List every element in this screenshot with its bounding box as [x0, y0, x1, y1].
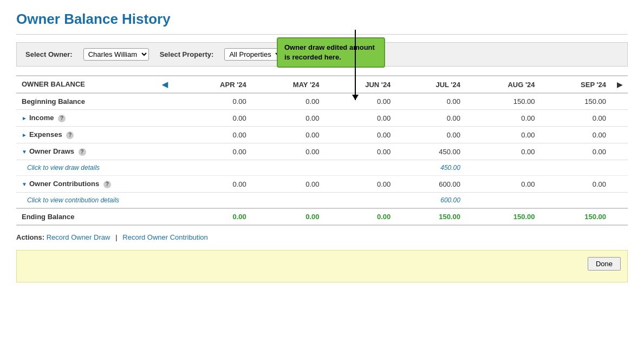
title-divider — [16, 34, 628, 35]
row-label-text: Income — [29, 114, 54, 122]
property-select[interactable]: All Properties — [224, 48, 283, 61]
sub-cell-4-4 — [466, 193, 541, 209]
tooltip-arrow — [355, 30, 356, 100]
owner-select[interactable]: Charles William — [83, 48, 149, 61]
col-aug: Aug '24 — [466, 76, 541, 93]
question-icon[interactable]: ? — [103, 181, 111, 188]
cell-1-3: 0.00 — [396, 110, 466, 127]
cell-5-3: 150.00 — [396, 208, 466, 225]
done-button[interactable]: Done — [588, 257, 621, 271]
collapse-icon[interactable]: ▼ — [22, 181, 27, 187]
col-jul: Jul '24 — [396, 76, 466, 93]
row-label-1: ►Income ? — [16, 110, 179, 127]
sub-cell-3-4 — [466, 160, 541, 176]
cell-4-2: 0.00 — [324, 176, 396, 193]
question-icon[interactable]: ? — [58, 115, 66, 122]
row-label-4: ▼Owner Contributions ? — [16, 176, 179, 193]
owner-label: Select Owner: — [25, 50, 73, 58]
cell-3-4: 0.00 — [466, 143, 541, 160]
cell-4-0: 0.00 — [179, 176, 252, 193]
cell-2-2: 0.00 — [324, 127, 396, 143]
table-row: ►Expenses ?0.000.000.000.000.000.00 — [16, 127, 628, 143]
col-may: May '24 — [252, 76, 325, 93]
cell-1-5: 0.00 — [541, 110, 612, 127]
actions-bar: Actions: Record Owner Draw | Record Owne… — [16, 233, 628, 241]
cell-0-0: 0.00 — [179, 93, 252, 110]
col-sep: Sep '24 — [541, 76, 612, 93]
sub-cell-3-3: 450.00 — [396, 160, 466, 176]
cell-0-4: 150.00 — [466, 93, 541, 110]
question-icon[interactable]: ? — [79, 148, 86, 156]
expand-icon[interactable]: ► — [22, 132, 27, 138]
cell-3-5: 0.00 — [541, 143, 612, 160]
nav-next-arrow[interactable]: ▶ — [612, 76, 628, 93]
sub-cell-3-0 — [179, 160, 252, 176]
cell-1-2: 0.00 — [324, 110, 396, 127]
cell-5-1: 0.00 — [252, 208, 325, 225]
cell-4-3: 600.00 — [396, 176, 466, 193]
expand-icon[interactable]: ► — [22, 115, 27, 121]
sub-cell-4-3: 600.00 — [396, 193, 466, 209]
cell-1-1: 0.00 — [252, 110, 325, 127]
sub-cell-3-2 — [324, 160, 396, 176]
sub-row-label-4[interactable]: Click to view contribution details — [16, 193, 179, 209]
cell-3-3: 450.00 — [396, 143, 466, 160]
row-label-2: ►Expenses ? — [16, 127, 179, 143]
sub-row-3[interactable]: Click to view draw details450.00 — [16, 160, 628, 176]
cell-3-0: 0.00 — [179, 143, 252, 160]
cell-5-2: 0.00 — [324, 208, 396, 225]
actions-divider: | — [115, 233, 118, 241]
nav-prev-arrow[interactable]: ◀ — [158, 80, 171, 89]
sub-row-label-3[interactable]: Click to view draw details — [16, 160, 179, 176]
row-label-3: ▼Owner Draws ? — [16, 143, 179, 160]
actions-label: Actions: — [16, 233, 44, 241]
cell-3-2: 0.00 — [324, 143, 396, 160]
record-owner-contribution-link[interactable]: Record Owner Contribution — [122, 233, 208, 241]
cell-0-5: 150.00 — [541, 93, 612, 110]
cell-2-3: 0.00 — [396, 127, 466, 143]
sub-row-4[interactable]: Click to view contribution details600.00 — [16, 193, 628, 209]
tooltip-bubble: Owner draw edited amount is recorded her… — [277, 37, 385, 68]
cell-4-4: 0.00 — [466, 176, 541, 193]
row-label-0: Beginning Balance — [16, 93, 179, 110]
table-row: Beginning Balance0.000.000.000.00150.001… — [16, 93, 628, 110]
row-label-text: Expenses — [29, 130, 62, 139]
row-label-text: Owner Contributions — [29, 180, 99, 188]
cell-2-4: 0.00 — [466, 127, 541, 143]
sub-cell-4-1 — [252, 193, 325, 209]
cell-1-4: 0.00 — [466, 110, 541, 127]
table-row: ►Income ?0.000.000.000.000.000.00 — [16, 110, 628, 127]
cell-5-5: 150.00 — [541, 208, 612, 225]
sub-cell-4-0 — [179, 193, 252, 209]
balance-table: ◀ OWNER BALANCE Apr '24 May '24 Jun '24 … — [16, 75, 628, 226]
table-row: ▼Owner Draws ?0.000.000.00450.000.000.00 — [16, 143, 628, 160]
row-label-5: Ending Balance — [16, 208, 179, 225]
cell-0-1: 0.00 — [252, 93, 325, 110]
record-owner-draw-link[interactable]: Record Owner Draw — [47, 233, 110, 241]
cell-1-0: 0.00 — [179, 110, 252, 127]
table-row: Ending Balance0.000.000.00150.00150.0015… — [16, 208, 628, 225]
cell-4-5: 0.00 — [541, 176, 612, 193]
cell-0-3: 0.00 — [396, 93, 466, 110]
filter-bar: Select Owner: Charles William Select Pro… — [16, 42, 628, 67]
sub-cell-4-2 — [324, 193, 396, 209]
table-row: ▼Owner Contributions ?0.000.000.00600.00… — [16, 176, 628, 193]
sub-cell-4-5 — [541, 193, 612, 209]
question-icon[interactable]: ? — [66, 131, 74, 139]
sub-cell-3-1 — [252, 160, 325, 176]
property-label: Select Property: — [160, 50, 214, 58]
collapse-icon[interactable]: ▼ — [22, 149, 27, 155]
sub-cell-3-5 — [541, 160, 612, 176]
cell-5-4: 150.00 — [466, 208, 541, 225]
cell-3-1: 0.00 — [252, 143, 325, 160]
cell-5-0: 0.00 — [179, 208, 252, 225]
table-header-row: ◀ OWNER BALANCE Apr '24 May '24 Jun '24 … — [16, 76, 628, 93]
cell-2-1: 0.00 — [252, 127, 325, 143]
col-jun: Jun '24 — [324, 76, 396, 93]
cell-2-5: 0.00 — [541, 127, 612, 143]
cell-4-1: 0.00 — [252, 176, 325, 193]
tooltip-text: Owner draw edited amount is recorded her… — [284, 43, 375, 61]
cell-0-2: 0.00 — [324, 93, 396, 110]
row-label-text: Owner Draws — [29, 147, 74, 155]
page-title: Owner Balance History — [16, 11, 628, 28]
